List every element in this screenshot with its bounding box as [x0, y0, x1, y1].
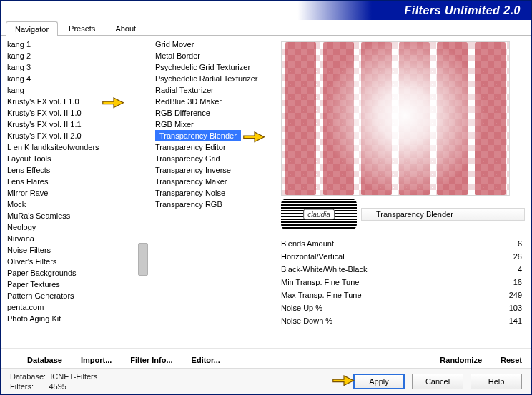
titlebar: Filters Unlimited 2.0 — [1, 1, 531, 20]
param-row[interactable]: Black-White/White-Black4 — [281, 263, 522, 276]
filter-list-item[interactable]: Transparency Grid — [151, 153, 270, 164]
param-label: Horizontal/Vertical — [281, 252, 345, 261]
filter-list-item[interactable]: Transparency RGB — [151, 199, 270, 210]
category-list-item[interactable]: Mirror Rave — [3, 187, 147, 199]
reset-button[interactable]: Reset — [501, 356, 522, 364]
right-panel: Transparency Blender Blends Amount6Horiz… — [272, 36, 531, 348]
param-value: 141 — [498, 316, 522, 325]
parameter-list: Blends Amount6Horizontal/Vertical26Black… — [281, 237, 525, 327]
category-list-item[interactable]: kang 2 — [3, 50, 147, 61]
category-list-item[interactable]: Mock — [3, 199, 147, 210]
statusbar: Database: ICNET-Filters Filters: 4595 Ap… — [1, 368, 531, 394]
category-list-item[interactable]: Nirvana — [3, 233, 147, 244]
preview-image — [281, 41, 510, 196]
param-label: Noise Up % — [281, 304, 322, 312]
filter-list-item[interactable]: RGB Mixer — [151, 119, 270, 130]
workarea: kang 1kang 2kang 3kang 4kangKrusty's FX … — [1, 36, 531, 348]
apply-button[interactable]: Apply — [353, 374, 405, 389]
window-title: Filters Unlimited 2.0 — [404, 4, 521, 17]
filter-name-label: Transparency Blender — [376, 210, 453, 219]
category-list-item[interactable]: Krusty's FX vol. II 1.1 — [3, 119, 147, 130]
category-list-item[interactable]: Photo Aging Kit — [3, 313, 147, 324]
param-value: 249 — [498, 291, 522, 299]
param-value: 26 — [498, 252, 522, 261]
category-list-item[interactable]: L en K landksiteofwonders — [3, 141, 147, 153]
category-list-item[interactable]: Paper Backgrounds — [3, 267, 147, 279]
category-list-item[interactable]: kang 1 — [3, 39, 147, 50]
filter-info-button[interactable]: Filter Info... — [130, 356, 172, 364]
category-list-item[interactable]: Neology — [3, 221, 147, 233]
filter-list-item[interactable]: Radial Texturizer — [151, 84, 270, 96]
tabbar: Navigator Presets About — [1, 20, 531, 36]
filter-list-item[interactable]: RedBlue 3D Maker — [151, 96, 270, 107]
param-value: 16 — [498, 278, 522, 286]
category-list-item[interactable]: Noise Filters — [3, 244, 147, 256]
toolbar-row: Database Import... Filter Info... Editor… — [1, 348, 531, 368]
param-label: Max Transp. Fine Tune — [281, 291, 362, 299]
tab-about[interactable]: About — [106, 21, 145, 35]
param-row[interactable]: Horizontal/Vertical26 — [281, 250, 522, 263]
category-list-item[interactable]: Lens Flares — [3, 176, 147, 187]
filter-list-item[interactable]: Transparency Editor — [151, 141, 270, 153]
param-value: 6 — [498, 239, 522, 248]
filter-list-item[interactable]: Transparency Inverse — [151, 164, 270, 176]
param-value: 103 — [498, 304, 522, 312]
filter-list-item[interactable]: RGB Difference — [151, 107, 270, 119]
category-list-item[interactable]: kang 3 — [3, 61, 147, 73]
category-list-item[interactable]: Paper Textures — [3, 279, 147, 290]
category-list-item[interactable]: Krusty's FX vol. II 1.0 — [3, 107, 147, 119]
filters-count-value: 4595 — [49, 382, 66, 391]
database-button[interactable]: Database — [27, 356, 62, 364]
pointer-hand-icon — [332, 372, 356, 388]
filter-list-item[interactable]: Transparency Blender — [155, 130, 241, 141]
param-label: Noise Down % — [281, 316, 332, 325]
param-value: 4 — [498, 265, 522, 274]
filter-list-item[interactable]: Metal Border — [151, 50, 270, 61]
filter-list-item[interactable]: Grid Mover — [151, 39, 270, 50]
filter-name-field: Transparency Blender — [361, 208, 525, 221]
param-row[interactable]: Noise Up %103 — [281, 301, 522, 314]
category-list-item[interactable]: penta.com — [3, 301, 147, 313]
param-label: Min Transp. Fine Tune — [281, 278, 359, 286]
filter-list-item[interactable]: Transparency Noise — [151, 187, 270, 199]
help-button[interactable]: Help — [471, 374, 522, 389]
param-row[interactable]: Noise Down %141 — [281, 314, 522, 327]
param-row[interactable]: Blends Amount6 — [281, 237, 522, 250]
category-list-item[interactable]: Krusty's FX vol. I 1.0 — [3, 96, 147, 107]
category-listbox[interactable]: kang 1kang 2kang 3kang 4kangKrusty's FX … — [1, 36, 149, 348]
tab-navigator[interactable]: Navigator — [6, 21, 58, 36]
filters-count-label: Filters: — [10, 382, 34, 391]
randomize-button[interactable]: Randomize — [440, 356, 482, 364]
filter-listbox[interactable]: Grid MoverMetal BorderPsychedelic Grid T… — [149, 36, 272, 348]
category-list-item[interactable]: Pattern Generators — [3, 290, 147, 301]
category-list-item[interactable]: Lens Effects — [3, 164, 147, 176]
category-list-item[interactable]: Oliver's Filters — [3, 256, 147, 267]
import-button[interactable]: Import... — [81, 356, 112, 364]
filter-list-item[interactable]: Psychedelic Grid Texturizer — [151, 61, 270, 73]
category-list-item[interactable]: Layout Tools — [3, 153, 147, 164]
category-list-item[interactable]: MuRa's Seamless — [3, 210, 147, 221]
param-label: Blends Amount — [281, 239, 334, 248]
param-row[interactable]: Max Transp. Fine Tune249 — [281, 289, 522, 301]
tab-presets[interactable]: Presets — [59, 21, 104, 35]
category-list-item[interactable]: kang 4 — [3, 73, 147, 84]
category-list-item[interactable]: kang — [3, 84, 147, 96]
vendor-logo — [281, 199, 357, 230]
category-list-item[interactable]: Krusty's FX vol. II 2.0 — [3, 130, 147, 141]
param-label: Black-White/White-Black — [281, 265, 367, 274]
editor-button[interactable]: Editor... — [192, 356, 220, 364]
filter-list-item[interactable]: Transparency Maker — [151, 176, 270, 187]
cancel-button[interactable]: Cancel — [412, 374, 463, 389]
filter-list-item[interactable]: Psychedelic Radial Texturizer — [151, 73, 270, 84]
db-value: ICNET-Filters — [50, 372, 97, 381]
param-row[interactable]: Min Transp. Fine Tune16 — [281, 276, 522, 289]
db-label: Database: — [10, 372, 46, 381]
